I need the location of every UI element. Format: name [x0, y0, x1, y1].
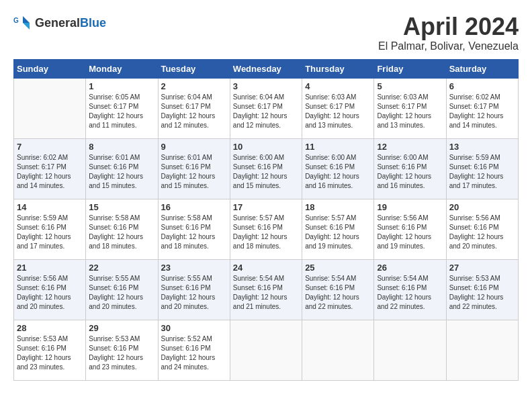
calendar-cell: 26Sunrise: 5:54 AMSunset: 6:16 PMDayligh…: [374, 259, 446, 320]
day-number: 11: [305, 142, 371, 152]
calendar-cell: 11Sunrise: 6:00 AMSunset: 6:16 PMDayligh…: [302, 138, 374, 199]
calendar-cell: 10Sunrise: 6:00 AMSunset: 6:16 PMDayligh…: [230, 138, 302, 199]
calendar-cell: 16Sunrise: 5:58 AMSunset: 6:16 PMDayligh…: [158, 199, 230, 259]
calendar-cell: 21Sunrise: 5:56 AMSunset: 6:16 PMDayligh…: [14, 259, 86, 320]
week-row-1: 7Sunrise: 6:02 AMSunset: 6:17 PMDaylight…: [14, 138, 519, 199]
day-info: Sunrise: 5:56 AMSunset: 6:16 PMDaylight:…: [377, 214, 443, 251]
subtitle: El Palmar, Bolivar, Venezuela: [378, 40, 519, 52]
day-number: 6: [449, 81, 515, 91]
day-info: Sunrise: 5:57 AMSunset: 6:16 PMDaylight:…: [233, 214, 299, 251]
calendar-cell: 30Sunrise: 5:52 AMSunset: 6:16 PMDayligh…: [158, 320, 230, 380]
week-row-4: 28Sunrise: 5:53 AMSunset: 6:16 PMDayligh…: [14, 320, 519, 380]
day-number: 12: [377, 142, 443, 152]
svg-text:G: G: [13, 17, 19, 24]
day-info: Sunrise: 6:01 AMSunset: 6:16 PMDaylight:…: [161, 153, 227, 191]
day-number: 21: [17, 263, 83, 273]
day-info: Sunrise: 5:53 AMSunset: 6:16 PMDaylight:…: [89, 334, 154, 372]
week-row-0: 1Sunrise: 6:05 AMSunset: 6:17 PMDaylight…: [14, 78, 519, 138]
calendar-cell: 18Sunrise: 5:57 AMSunset: 6:16 PMDayligh…: [302, 199, 374, 259]
logo-general: General: [35, 16, 80, 30]
day-number: 20: [449, 202, 515, 212]
day-number: 13: [449, 142, 515, 152]
day-number: 7: [17, 142, 83, 152]
day-number: 18: [305, 202, 371, 212]
calendar-cell: 27Sunrise: 5:53 AMSunset: 6:16 PMDayligh…: [446, 259, 518, 320]
calendar-cell: 8Sunrise: 6:01 AMSunset: 6:16 PMDaylight…: [86, 138, 158, 199]
day-info: Sunrise: 6:00 AMSunset: 6:16 PMDaylight:…: [377, 153, 443, 191]
header-wednesday: Wednesday: [230, 59, 302, 78]
day-number: 22: [89, 263, 154, 273]
day-info: Sunrise: 5:59 AMSunset: 6:16 PMDaylight:…: [17, 214, 83, 251]
day-info: Sunrise: 6:04 AMSunset: 6:17 PMDaylight:…: [233, 93, 299, 130]
day-info: Sunrise: 5:55 AMSunset: 6:16 PMDaylight:…: [161, 274, 227, 312]
day-number: 3: [233, 81, 299, 91]
day-info: Sunrise: 5:54 AMSunset: 6:16 PMDaylight:…: [233, 274, 299, 312]
svg-marker-2: [23, 23, 30, 30]
day-number: 27: [449, 263, 515, 273]
calendar-cell: 1Sunrise: 6:05 AMSunset: 6:17 PMDaylight…: [86, 78, 158, 138]
header-saturday: Saturday: [446, 59, 518, 78]
header-friday: Friday: [374, 59, 446, 78]
calendar-table: SundayMondayTuesdayWednesdayThursdayFrid…: [13, 59, 519, 381]
calendar-cell: 3Sunrise: 6:04 AMSunset: 6:17 PMDaylight…: [230, 78, 302, 138]
day-number: 23: [161, 263, 227, 273]
calendar-cell: 15Sunrise: 5:58 AMSunset: 6:16 PMDayligh…: [86, 199, 158, 259]
header-tuesday: Tuesday: [158, 59, 230, 78]
calendar-cell: 5Sunrise: 6:03 AMSunset: 6:17 PMDaylight…: [374, 78, 446, 138]
day-info: Sunrise: 6:01 AMSunset: 6:16 PMDaylight:…: [89, 153, 154, 191]
calendar-cell: [302, 320, 374, 380]
day-info: Sunrise: 6:00 AMSunset: 6:16 PMDaylight:…: [233, 153, 299, 191]
day-info: Sunrise: 5:57 AMSunset: 6:16 PMDaylight:…: [305, 214, 371, 251]
day-number: 30: [161, 323, 227, 333]
calendar-cell: 13Sunrise: 5:59 AMSunset: 6:16 PMDayligh…: [446, 138, 518, 199]
day-number: 28: [17, 323, 83, 333]
title-area: April 2024 El Palmar, Bolivar, Venezuela: [378, 13, 519, 52]
day-number: 25: [305, 263, 371, 273]
calendar-cell: 20Sunrise: 5:56 AMSunset: 6:16 PMDayligh…: [446, 199, 518, 259]
logo-icon: G: [13, 13, 32, 32]
day-number: 19: [377, 202, 443, 212]
day-number: 24: [233, 263, 299, 273]
day-info: Sunrise: 5:58 AMSunset: 6:16 PMDaylight:…: [89, 214, 154, 251]
day-number: 5: [377, 81, 443, 91]
day-info: Sunrise: 5:54 AMSunset: 6:16 PMDaylight:…: [305, 274, 371, 312]
svg-marker-1: [23, 16, 30, 23]
day-info: Sunrise: 5:55 AMSunset: 6:16 PMDaylight:…: [89, 274, 154, 312]
day-number: 2: [161, 81, 227, 91]
calendar-cell: 6Sunrise: 6:02 AMSunset: 6:17 PMDaylight…: [446, 78, 518, 138]
calendar-cell: [446, 320, 518, 380]
day-number: 17: [233, 202, 299, 212]
day-info: Sunrise: 5:56 AMSunset: 6:16 PMDaylight:…: [17, 274, 83, 312]
calendar-cell: 14Sunrise: 5:59 AMSunset: 6:16 PMDayligh…: [14, 199, 86, 259]
day-info: Sunrise: 6:05 AMSunset: 6:17 PMDaylight:…: [89, 93, 154, 130]
calendar-cell: 9Sunrise: 6:01 AMSunset: 6:16 PMDaylight…: [158, 138, 230, 199]
calendar-cell: 25Sunrise: 5:54 AMSunset: 6:16 PMDayligh…: [302, 259, 374, 320]
day-info: Sunrise: 5:58 AMSunset: 6:16 PMDaylight:…: [161, 214, 227, 251]
calendar-cell: 23Sunrise: 5:55 AMSunset: 6:16 PMDayligh…: [158, 259, 230, 320]
day-info: Sunrise: 6:04 AMSunset: 6:17 PMDaylight:…: [161, 93, 227, 130]
day-info: Sunrise: 5:54 AMSunset: 6:16 PMDaylight:…: [377, 274, 443, 312]
calendar-cell: 7Sunrise: 6:02 AMSunset: 6:17 PMDaylight…: [14, 138, 86, 199]
day-number: 4: [305, 81, 371, 91]
day-number: 10: [233, 142, 299, 152]
header-sunday: Sunday: [14, 59, 86, 78]
day-number: 14: [17, 202, 83, 212]
day-info: Sunrise: 5:53 AMSunset: 6:16 PMDaylight:…: [17, 334, 83, 372]
day-info: Sunrise: 6:03 AMSunset: 6:17 PMDaylight:…: [377, 93, 443, 130]
day-info: Sunrise: 5:56 AMSunset: 6:16 PMDaylight:…: [449, 214, 515, 251]
day-number: 1: [89, 81, 154, 91]
calendar-cell: [14, 78, 86, 138]
calendar-cell: [374, 320, 446, 380]
day-info: Sunrise: 5:59 AMSunset: 6:16 PMDaylight:…: [449, 153, 515, 191]
calendar-cell: 19Sunrise: 5:56 AMSunset: 6:16 PMDayligh…: [374, 199, 446, 259]
day-info: Sunrise: 5:53 AMSunset: 6:16 PMDaylight:…: [449, 274, 515, 312]
calendar-cell: 2Sunrise: 6:04 AMSunset: 6:17 PMDaylight…: [158, 78, 230, 138]
day-number: 15: [89, 202, 154, 212]
day-number: 16: [161, 202, 227, 212]
day-info: Sunrise: 5:52 AMSunset: 6:16 PMDaylight:…: [161, 334, 227, 372]
day-info: Sunrise: 6:02 AMSunset: 6:17 PMDaylight:…: [449, 93, 515, 130]
calendar-cell: 22Sunrise: 5:55 AMSunset: 6:16 PMDayligh…: [86, 259, 158, 320]
day-number: 9: [161, 142, 227, 152]
week-row-3: 21Sunrise: 5:56 AMSunset: 6:16 PMDayligh…: [14, 259, 519, 320]
logo-blue: Blue: [80, 16, 106, 30]
